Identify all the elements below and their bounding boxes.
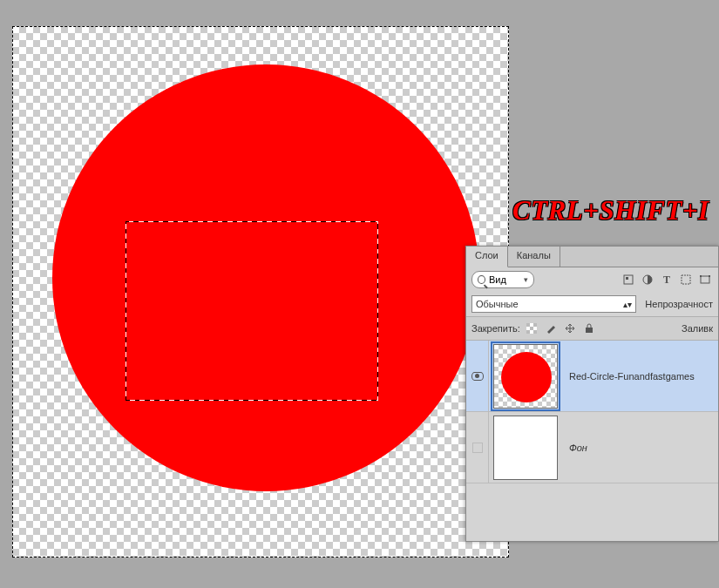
blend-mode-select[interactable]: Обычные ▴▾ <box>471 295 636 313</box>
lock-label: Закрепить: <box>471 323 520 334</box>
layers-panel: Слои Каналы ▾ T <box>465 246 719 542</box>
visibility-empty <box>472 443 483 453</box>
blend-row: Обычные ▴▾ Непрозрачност <box>466 292 718 316</box>
svg-rect-9 <box>533 323 537 327</box>
lock-move-icon[interactable] <box>562 321 578 336</box>
filter-row: ▾ T <box>466 267 718 292</box>
filter-input[interactable] <box>489 274 520 285</box>
filter-type-icon[interactable]: T <box>659 272 675 287</box>
svg-rect-1 <box>626 277 628 280</box>
search-icon <box>478 275 485 284</box>
svg-rect-6 <box>709 275 710 277</box>
dropdown-icon: ▴▾ <box>623 300 632 309</box>
dropdown-icon: ▾ <box>524 275 528 284</box>
filter-smart-icon[interactable] <box>697 272 713 287</box>
canvas[interactable] <box>12 26 509 558</box>
eye-icon <box>471 372 484 381</box>
svg-rect-3 <box>682 275 690 284</box>
panel-tabs: Слои Каналы <box>466 247 718 267</box>
shortcut-annotation: CTRL+SHIFT+I <box>512 195 709 226</box>
filter-adjust-icon[interactable] <box>640 272 655 287</box>
lock-row: Закрепить: Заливк <box>466 316 718 341</box>
layer-name[interactable]: Red-Circle-Funandfastgames <box>562 341 718 411</box>
layer-list: Red-Circle-Funandfastgames Фон <box>466 341 718 483</box>
layer-thumbnail[interactable] <box>493 416 558 480</box>
lock-paint-icon[interactable] <box>543 321 559 336</box>
svg-rect-5 <box>700 275 702 277</box>
svg-rect-13 <box>586 328 593 333</box>
fill-label: Заливк <box>682 323 713 334</box>
layer-row[interactable]: Red-Circle-Funandfastgames <box>466 341 718 412</box>
workspace: CTRL+SHIFT+I Слои Каналы ▾ T <box>0 0 719 588</box>
opacity-label: Непрозрачност <box>645 299 713 309</box>
svg-rect-4 <box>701 276 709 283</box>
blend-mode-value: Обычные <box>476 299 519 309</box>
tab-channels[interactable]: Каналы <box>508 247 560 267</box>
visibility-toggle[interactable] <box>466 341 489 411</box>
canvas-area <box>0 0 512 588</box>
filter-pixel-icon[interactable] <box>621 272 636 287</box>
filter-shape-icon[interactable] <box>678 272 694 287</box>
svg-rect-11 <box>526 330 530 334</box>
lock-transparent-icon[interactable] <box>524 321 539 336</box>
svg-rect-8 <box>526 323 530 327</box>
red-circle-shape <box>52 64 479 491</box>
tab-layers[interactable]: Слои <box>466 247 508 267</box>
layer-filter[interactable]: ▾ <box>471 271 534 288</box>
svg-rect-12 <box>533 330 537 334</box>
visibility-toggle[interactable] <box>466 412 489 483</box>
layer-name[interactable]: Фон <box>562 412 718 483</box>
lock-all-icon[interactable] <box>581 321 597 336</box>
svg-rect-10 <box>530 327 533 330</box>
layer-thumbnail[interactable] <box>493 344 558 409</box>
layer-row[interactable]: Фон <box>466 412 718 483</box>
